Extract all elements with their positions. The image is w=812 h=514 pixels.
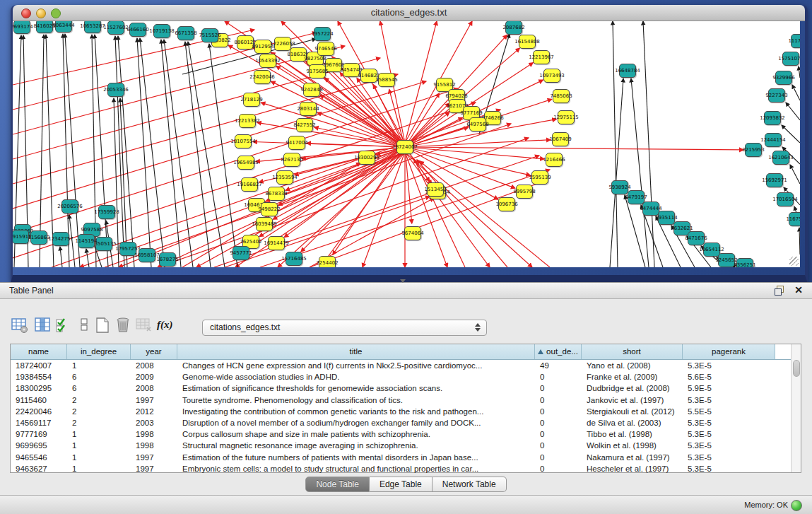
table-cell[interactable]: 1: [67, 463, 131, 474]
table-cell[interactable]: 2: [67, 406, 131, 417]
table-cell[interactable]: 0: [535, 395, 582, 406]
graph-node[interactable]: 2935114: [658, 211, 675, 225]
graph-node[interactable]: 22420046: [254, 70, 271, 84]
table-cell[interactable]: 0: [535, 371, 582, 382]
window-resize-grip[interactable]: [789, 257, 799, 266]
table-cell[interactable]: 1: [67, 360, 131, 371]
memory-indicator-icon[interactable]: [791, 500, 802, 511]
graph-node[interactable]: 12226058: [274, 37, 291, 51]
table-cell[interactable]: Genome-wide association studies in ADHD.: [177, 371, 535, 382]
table-cell[interactable]: 0: [535, 406, 582, 417]
graph-node[interactable]: 18724007: [396, 140, 413, 154]
graph-node[interactable]: 6479197: [628, 190, 645, 204]
graph-node[interactable]: 10719138: [153, 24, 170, 38]
splitter-handle-icon[interactable]: [400, 279, 406, 283]
graph-node[interactable]: 8454749: [343, 63, 360, 77]
window-titlebar[interactable]: citations_edges.txt: [13, 5, 805, 21]
table-cell[interactable]: de Silva et al. (2003): [582, 417, 683, 428]
table-cell[interactable]: 5.3E-5: [683, 417, 775, 428]
graph-node[interactable]: 8471676: [688, 231, 705, 245]
graph-node[interactable]: 12342757: [52, 232, 69, 246]
table-cell[interactable]: 22420046: [11, 406, 67, 417]
table-cell[interactable]: 5.9E-5: [683, 382, 775, 394]
tab-node-table[interactable]: Node Table: [305, 477, 370, 492]
tab-edge-table[interactable]: Edge Table: [370, 477, 433, 492]
graph-node[interactable]: 9063444: [55, 21, 72, 33]
table-cell[interactable]: 18724007: [11, 360, 67, 371]
graph-node[interactable]: 12093832: [764, 111, 781, 125]
table-mode-icon[interactable]: [11, 317, 28, 334]
graph-node[interactable]: 16154808: [519, 35, 536, 49]
graph-node[interactable]: 9498222: [261, 202, 278, 216]
table-cell[interactable]: Nakamura et al. (1997): [582, 452, 683, 463]
table-cell[interactable]: Disruption of a novel member of a sodium…: [177, 417, 535, 428]
graph-node[interactable]: 19654985: [237, 156, 254, 170]
table-row[interactable]: 1456911722003Disruption of a novel membe…: [11, 417, 801, 428]
delete-column-icon[interactable]: [114, 317, 131, 334]
delete-table-icon-disabled[interactable]: [136, 317, 153, 334]
graph-node[interactable]: 1145194: [78, 234, 95, 248]
table-row[interactable]: 969969511998Structural magnetic resonanc…: [11, 440, 801, 451]
graph-node[interactable]: 6671358: [177, 26, 194, 40]
graph-node[interactable]: 9329966: [775, 71, 792, 85]
table-cell[interactable]: 2008: [131, 382, 177, 394]
graph-node[interactable]: 2803144: [300, 102, 317, 116]
graph-node[interactable]: 12213967: [533, 50, 550, 64]
graph-node[interactable]: 2693174: [13, 21, 30, 34]
table-cell[interactable]: Embryonic stem cells: a model to study s…: [177, 463, 535, 474]
graph-node[interactable]: 16039489: [256, 217, 273, 231]
table-cell[interactable]: 2008: [131, 360, 177, 371]
graph-node[interactable]: 15751074: [782, 52, 799, 66]
table-cell[interactable]: 5.3E-5: [683, 395, 775, 406]
table-row[interactable]: 977716911998Corpus callosum shape and si…: [11, 428, 801, 440]
select-columns-icon[interactable]: [55, 317, 72, 334]
graph-node[interactable]: 18300295: [358, 151, 375, 165]
show-columns-icon[interactable]: [35, 317, 52, 334]
graph-node[interactable]: 7957224: [314, 27, 331, 41]
graph-node[interactable]: 1216466: [546, 153, 563, 167]
table-cell[interactable]: Yano et al. (2008): [582, 360, 683, 371]
column-header-pagerank[interactable]: pagerank: [683, 344, 775, 359]
table-cell[interactable]: 0: [535, 440, 582, 451]
graph-node[interactable]: 6497568: [469, 117, 486, 132]
graph-node[interactable]: 8215953: [745, 143, 762, 157]
table-scrollbar[interactable]: [791, 344, 801, 472]
table-cell[interactable]: 1: [67, 440, 131, 451]
graph-node[interactable]: 6466160: [129, 23, 146, 37]
table-cell[interactable]: 9465546: [11, 452, 67, 463]
table-cell[interactable]: Investigating the contribution of common…: [177, 406, 535, 417]
graph-node[interactable]: 8678334: [268, 187, 285, 201]
graph-node[interactable]: 16210643: [772, 151, 789, 165]
graph-node[interactable]: 12213382: [239, 114, 256, 128]
graph-node[interactable]: 9474444: [642, 201, 659, 216]
graph-node[interactable]: 18107554: [235, 134, 252, 148]
column-header-in_degree[interactable]: in_degree: [67, 344, 131, 359]
table-cell[interactable]: 1: [67, 452, 131, 463]
table-cell[interactable]: 9115460: [11, 395, 67, 406]
graph-node[interactable]: 9242848: [303, 83, 320, 97]
table-cell[interactable]: 1998: [131, 440, 177, 451]
table-cell[interactable]: Hescheler et al. (1997): [582, 463, 683, 474]
table-scrollbar-thumb[interactable]: [793, 360, 800, 377]
table-cell[interactable]: 18300295: [11, 382, 67, 394]
graph-node[interactable]: 1588545: [378, 73, 395, 87]
graph-node[interactable]: 1167533: [789, 212, 800, 226]
graph-node[interactable]: 17957253: [119, 242, 136, 256]
column-header-short[interactable]: short: [582, 344, 683, 359]
table-cell[interactable]: 49: [535, 360, 582, 371]
graph-node[interactable]: 3915911: [13, 230, 29, 244]
table-cell[interactable]: 0: [535, 463, 582, 474]
table-cell[interactable]: 2009: [131, 371, 177, 382]
graph-node[interactable]: 12975115: [558, 110, 575, 124]
function-builder-icon[interactable]: f(x): [157, 319, 174, 336]
graph-node[interactable]: 7515526: [201, 28, 218, 42]
table-cell[interactable]: 6: [67, 371, 131, 382]
graph-node[interactable]: 16648784: [619, 64, 636, 78]
graph-node[interactable]: 12444154: [765, 133, 782, 147]
column-header-year[interactable]: year: [131, 344, 177, 359]
graph-node[interactable]: 15716485: [286, 252, 302, 266]
column-header-out_de[interactable]: out_de...: [535, 344, 582, 359]
graph-node[interactable]: 1096736: [498, 197, 515, 211]
graph-node[interactable]: 2967608: [325, 58, 342, 72]
graph-node[interactable]: 7485063: [553, 89, 570, 103]
